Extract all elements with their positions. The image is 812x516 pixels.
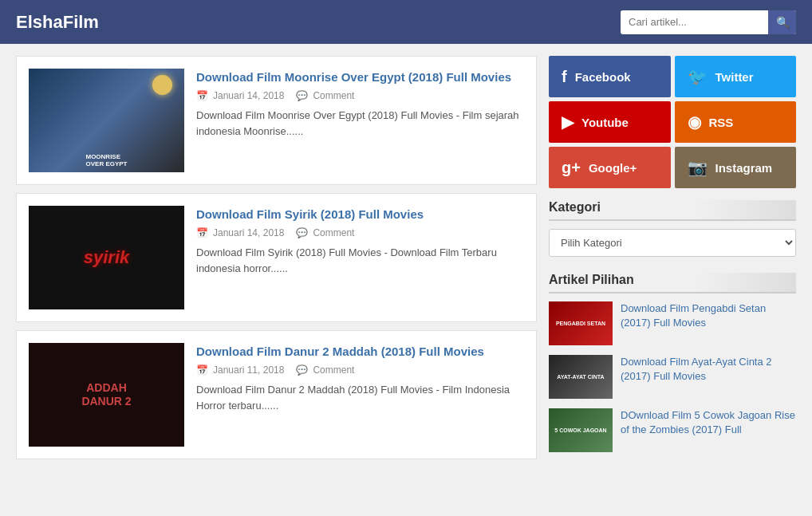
twitter-label: Twitter xyxy=(715,70,754,84)
header: ElshaFilm 🔍 xyxy=(0,0,812,44)
artikel-title[interactable]: Download Film Ayat-Ayat Cinta 2 (2017) F… xyxy=(621,355,796,384)
youtube-label: Youtube xyxy=(581,116,629,129)
instagram-label: Instagram xyxy=(715,161,773,175)
instagram-icon: 📷 xyxy=(688,158,708,177)
rss-label: RSS xyxy=(709,116,734,129)
article-comment: Comment xyxy=(296,227,354,238)
article-card: syirik Download Film Syirik (2018) Full … xyxy=(16,193,537,322)
facebook-button[interactable]: f Facebook xyxy=(549,56,671,97)
article-date: Januari 14, 2018 xyxy=(196,90,284,101)
youtube-icon: ▶ xyxy=(562,112,574,132)
article-thumbnail: MOONRISEOVER EGYPT xyxy=(29,69,184,172)
sidebar: f Facebook 🐦 Twitter ▶ Youtube ◉ RSS g+ … xyxy=(549,56,796,468)
thumb-text: MOONRISEOVER EGYPT xyxy=(85,153,127,168)
googleplus-button[interactable]: g+ Google+ xyxy=(549,147,671,188)
article-meta: Januari 14, 2018 Comment xyxy=(196,90,524,101)
article-title[interactable]: Download Film Danur 2 Maddah (2018) Full… xyxy=(196,343,524,360)
comment-icon xyxy=(296,90,309,101)
page-container: MOONRISEOVER EGYPT Download Film Moonris… xyxy=(0,44,812,480)
search-input[interactable] xyxy=(621,11,768,33)
article-date: Januari 14, 2018 xyxy=(196,227,284,238)
facebook-label: Facebook xyxy=(575,70,631,84)
article-card: ADDAHDANUR 2 Download Film Danur 2 Madda… xyxy=(16,330,537,459)
article-comment: Comment xyxy=(296,364,354,376)
article-info: Download Film Danur 2 Maddah (2018) Full… xyxy=(196,343,524,447)
twitter-button[interactable]: 🐦 Twitter xyxy=(675,56,797,97)
search-button[interactable]: 🔍 xyxy=(768,10,796,34)
article-excerpt: Download Film Syirik (2018) Full Movies … xyxy=(196,245,524,276)
comment-icon xyxy=(296,364,309,376)
article-thumbnail: ADDAHDANUR 2 xyxy=(29,343,184,447)
facebook-icon: f xyxy=(562,68,567,86)
artikel-title[interactable]: DOwnload Film 5 Cowok Jagoan Rise of the… xyxy=(621,408,796,437)
twitter-icon: 🐦 xyxy=(688,67,708,86)
calendar-icon xyxy=(196,227,210,238)
thumb-text: ADDAHDANUR 2 xyxy=(81,381,131,408)
artikel-thumbnail: PENGABDI SETAN xyxy=(549,301,613,345)
rss-button[interactable]: ◉ RSS xyxy=(675,101,797,143)
artikel-title[interactable]: Download Film Pengabdi Setan (2017) Full… xyxy=(621,301,796,330)
article-excerpt: Download Film Danur 2 Maddah (2018) Full… xyxy=(196,382,524,413)
article-meta: Januari 14, 2018 Comment xyxy=(196,227,524,238)
kategori-select[interactable]: Pilih Kategori xyxy=(549,229,796,257)
calendar-icon xyxy=(196,90,210,101)
article-info: Download Film Moonrise Over Egypt (2018)… xyxy=(196,69,524,172)
site-title: ElshaFilm xyxy=(16,12,99,33)
googleplus-icon: g+ xyxy=(562,159,581,177)
article-meta: Januari 11, 2018 Comment xyxy=(196,364,524,376)
article-thumbnail: syirik xyxy=(29,206,184,309)
thumb-text: syirik xyxy=(84,247,130,268)
article-card: MOONRISEOVER EGYPT Download Film Moonris… xyxy=(16,56,537,185)
googleplus-label: Google+ xyxy=(589,161,637,175)
youtube-button[interactable]: ▶ Youtube xyxy=(549,101,671,143)
main-content: MOONRISEOVER EGYPT Download Film Moonris… xyxy=(16,56,537,468)
rss-icon: ◉ xyxy=(688,112,701,132)
article-excerpt: Download Film Moonrise Over Egypt (2018)… xyxy=(196,108,524,139)
artikel-pilihan-section: Artikel Pilihan PENGABDI SETAN Download … xyxy=(549,273,796,452)
article-info: Download Film Syirik (2018) Full Movies … xyxy=(196,206,524,309)
search-box: 🔍 xyxy=(621,10,796,34)
artikel-pilihan-item: AYAT-AYAT CINTA Download Film Ayat-Ayat … xyxy=(549,355,796,399)
social-grid: f Facebook 🐦 Twitter ▶ Youtube ◉ RSS g+ … xyxy=(549,56,796,188)
instagram-button[interactable]: 📷 Instagram xyxy=(675,147,797,188)
article-title[interactable]: Download Film Moonrise Over Egypt (2018)… xyxy=(196,69,524,85)
kategori-title: Kategori xyxy=(549,200,796,221)
artikel-thumbnail: 5 COWOK JAGOAN xyxy=(549,408,613,452)
article-title[interactable]: Download Film Syirik (2018) Full Movies xyxy=(196,206,524,223)
calendar-icon xyxy=(196,364,210,376)
artikel-pilihan-item: PENGABDI SETAN Download Film Pengabdi Se… xyxy=(549,301,796,345)
kategori-section: Kategori Pilih Kategori xyxy=(549,200,796,257)
artikel-pilihan-title: Artikel Pilihan xyxy=(549,273,796,293)
article-comment: Comment xyxy=(296,90,354,101)
article-date: Januari 11, 2018 xyxy=(196,364,284,376)
artikel-thumbnail: AYAT-AYAT CINTA xyxy=(549,355,613,399)
artikel-pilihan-item: 5 COWOK JAGOAN DOwnload Film 5 Cowok Jag… xyxy=(549,408,796,452)
comment-icon xyxy=(296,227,309,238)
